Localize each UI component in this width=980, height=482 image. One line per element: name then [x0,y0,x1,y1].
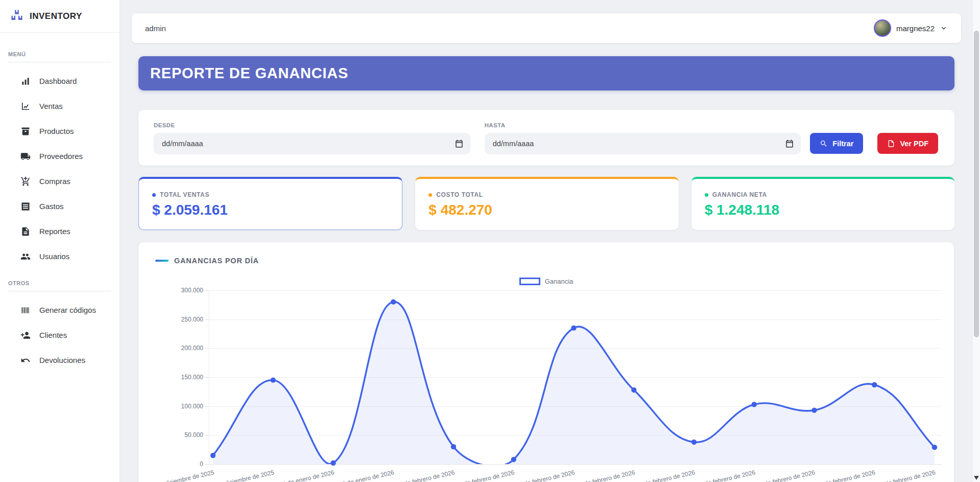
sidebar-item-label: Proveedores [39,152,83,160]
data-point [932,445,937,450]
document-icon [20,226,31,237]
date-from-field: DESDE [154,122,470,154]
data-point [872,382,877,387]
stat-dot-icon [705,193,708,197]
main-content: admin margnes22 REPORTE DE GANANCIAS DES… [120,0,980,482]
brand-logo[interactable]: INVENTORY [0,0,119,33]
calendar-icon[interactable] [785,139,794,148]
sidebar-item-dashboard[interactable]: Dashboard [0,68,119,94]
sidebar-item-label: Compras [39,177,70,186]
stats-row: TOTAL VENTAS$ 2.059.161COSTO TOTAL$ 482.… [138,177,954,230]
pdf-file-icon [887,140,895,148]
scrollbar-thumb[interactable] [974,31,979,337]
sidebar-item-gastos[interactable]: Gastos [0,194,119,219]
stat-card-total-ventas: TOTAL VENTAS$ 2.059.161 [138,177,402,230]
filter-button[interactable]: Filtrar [810,133,863,154]
users-icon [20,251,31,262]
filter-button-label: Filtrar [832,140,853,148]
receipt-icon [20,201,31,212]
sidebar-item-ventas[interactable]: Ventas [0,94,119,119]
sidebar-item-compras[interactable]: Compras [0,169,119,194]
truck-icon [20,151,31,162]
line-chart-svg [138,242,954,482]
data-point [631,387,636,393]
page-title: REPORTE DE GANANCIAS [150,65,348,82]
stat-value: $ 482.270 [428,202,665,218]
data-point [271,377,276,382]
person-add-icon [20,330,31,340]
topbar: admin margnes22 [132,13,961,43]
user-menu[interactable]: margnes22 [874,19,948,37]
barcode-icon [20,305,31,315]
sidebar: INVENTORY MENÚDashboardVentasProductosPr… [0,0,120,482]
stat-card-costo-total: COSTO TOTAL$ 482.270 [415,177,678,230]
sidebar-item-clientes[interactable]: Clientes [0,323,119,348]
stat-label: TOTAL VENTAS [160,191,209,198]
stat-dot-icon [152,193,156,197]
data-point [210,453,216,458]
sidebar-item-label: Ventas [39,102,63,110]
sidebar-item-productos[interactable]: Productos [0,119,119,144]
data-point [752,402,757,407]
sidebar-item-label: Gastos [39,202,64,211]
sidebar-item-label: Devoluciones [39,356,85,364]
username: margnes22 [896,24,935,33]
date-to-field: HASTA [485,122,801,154]
data-point [691,440,697,445]
data-point [451,444,456,449]
sidebar-section-label: MENÚ [8,51,111,62]
sidebar-section-label: OTROS [8,280,111,291]
pdf-button-label: Ver PDF [900,140,928,148]
sidebar-item-devoluciones[interactable]: Devoluciones [0,348,119,373]
cart-icon [20,176,31,187]
avatar [874,19,891,37]
date-from-input[interactable] [154,133,470,154]
sidebar-item-label: Usuarios [39,252,69,261]
sidebar-item-label: Productos [39,127,74,135]
sidebar-item-label: Generar códigos [39,306,96,314]
page-scrollbar [972,0,980,482]
line-chart-icon [20,101,31,111]
search-icon [820,140,828,148]
stat-label: GANANCIA NETA [712,191,767,198]
data-point [811,407,817,412]
sidebar-nav: MENÚDashboardVentasProductosProveedoresC… [0,51,119,373]
sidebar-item-usuarios[interactable]: Usuarios [0,244,119,269]
chart-card: GANANCIAS POR DÍA Ganancia 050.000100.00… [138,242,954,482]
date-from-label: DESDE [154,122,470,128]
page-context-label: admin [145,24,166,33]
calendar-icon[interactable] [455,139,464,148]
data-point [330,461,336,466]
stat-value: $ 2.059.161 [152,202,389,218]
pdf-button[interactable]: Ver PDF [877,133,938,154]
bar-chart-icon [20,76,31,86]
stat-card-ganancia-neta: GANANCIA NETA$ 1.248.118 [691,177,954,230]
filter-card: DESDE HASTA [138,110,954,166]
sidebar-item-label: Reportes [39,227,70,236]
undo-icon [20,355,31,365]
sidebar-item-generar-codigos[interactable]: Generar códigos [0,297,119,323]
date-to-input[interactable] [485,133,801,154]
sidebar-item-label: Dashboard [39,77,77,85]
stat-label: COSTO TOTAL [436,191,483,198]
sidebar-item-reportes[interactable]: Reportes [0,219,119,244]
data-point [391,299,396,304]
stat-value: $ 1.248.118 [705,202,941,218]
box-icon [20,126,31,136]
data-point [511,457,516,462]
date-to-label: HASTA [485,122,801,128]
data-point [571,325,576,330]
app-title: INVENTORY [30,11,82,21]
scrollbar-down-arrow-icon[interactable] [974,476,979,480]
chevron-down-icon [940,24,948,32]
stat-dot-icon [428,193,432,197]
sidebar-item-label: Clientes [39,331,67,339]
inventory-boxes-icon [10,9,23,24]
sidebar-item-proveedores[interactable]: Proveedores [0,144,119,169]
page-banner: REPORTE DE GANANCIAS [138,56,954,90]
